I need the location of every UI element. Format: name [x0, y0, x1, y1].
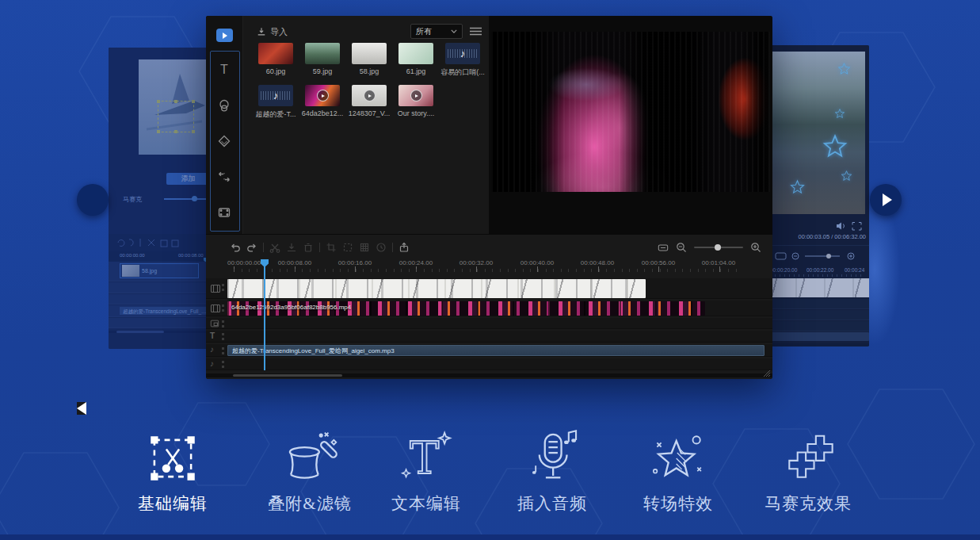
- import-label: 导入: [270, 26, 288, 38]
- play-icon: [223, 33, 227, 39]
- media-filter-dropdown[interactable]: 所有: [410, 24, 463, 39]
- track-options-icons[interactable]: [222, 320, 224, 323]
- media-item-label: 59.jpg: [300, 67, 345, 75]
- timeline-video-clip-2[interactable]: 64da2be12592d3a95bf06af82b8b956.mp4: [227, 301, 705, 316]
- track-options-icons[interactable]: [222, 333, 224, 335]
- crop-button[interactable]: [326, 242, 337, 253]
- media-item[interactable]: ♪ 超越的爱-T...: [258, 85, 293, 120]
- video-track-1: [206, 278, 772, 299]
- toolbar-separator: [319, 243, 320, 252]
- media-item[interactable]: 58.jpg: [352, 43, 387, 75]
- clip-filename: 64da2be12592d3a95bf06af82b8b956.mp4: [227, 301, 705, 311]
- ruler-label: 00:00:40.00: [521, 259, 554, 266]
- add-mosaic-button[interactable]: 添加: [166, 173, 210, 185]
- toolbar-separator: [392, 243, 393, 252]
- media-item[interactable]: 1248307_V...: [352, 85, 387, 117]
- nav-item-label: 插入音频: [517, 492, 587, 515]
- split-screen-icon[interactable]: [217, 170, 231, 184]
- play-overlay-icon: [410, 90, 422, 101]
- nav-item-basic-edit[interactable]: 基础编辑: [138, 429, 208, 515]
- magic-hat-icon: [280, 429, 339, 488]
- timeline-audio-clip[interactable]: 超越的爱-TranscendingLove_Full_爱给网_aigei_com…: [227, 345, 765, 356]
- mosaic-button[interactable]: [359, 242, 370, 253]
- nav-item-insert-audio[interactable]: 插入音频: [517, 429, 587, 515]
- play-overlay-icon: [364, 90, 376, 101]
- slide-zoom-controls[interactable]: [775, 251, 862, 262]
- undo-button[interactable]: [230, 242, 241, 253]
- microphone-icon: [523, 429, 582, 488]
- import-button[interactable]: 导入: [257, 25, 288, 38]
- timeline-toolbar: [230, 239, 410, 255]
- timeline-zoom-slider[interactable]: [694, 247, 743, 248]
- video-editor-window: T: [206, 16, 772, 379]
- ruler-label: 00:00:24.00: [399, 259, 433, 266]
- media-tab-button[interactable]: [216, 29, 233, 42]
- list-view-button[interactable]: [470, 27, 482, 36]
- ruler-label: 00:00:00.00: [120, 253, 145, 258]
- track-options-icons[interactable]: [222, 304, 224, 307]
- ruler-label: 00:00:56.00: [642, 259, 675, 266]
- mosaic-selection-box[interactable]: [158, 101, 194, 132]
- track-options-icons[interactable]: [222, 347, 224, 350]
- media-thumbnail: [305, 43, 340, 64]
- clip-filename: 超越的爱-TranscendingLove_Full_爱给网_aigei_com…: [228, 346, 764, 354]
- speed-button[interactable]: [376, 242, 387, 253]
- split-clip-button[interactable]: [269, 242, 280, 253]
- svg-text:T: T: [410, 432, 439, 484]
- audio-track-1: ♪ 超越的爱-TranscendingLove_Full_爱给网_aigei_c…: [206, 344, 772, 357]
- volume-and-expand-icons[interactable]: [835, 221, 862, 231]
- nav-item-mosaic[interactable]: 马赛克效果: [765, 429, 852, 515]
- track-options-icons[interactable]: [222, 361, 224, 363]
- media-item-label: 60.jpg: [254, 67, 298, 75]
- fit-timeline-button[interactable]: [658, 242, 669, 253]
- filter-value: 所有: [416, 26, 432, 37]
- mosaic-slider-handle[interactable]: [192, 196, 197, 201]
- timeline-video-clip-1[interactable]: [227, 279, 646, 298]
- media-thumbnail: [305, 85, 340, 106]
- media-item[interactable]: 64da2be12...: [305, 85, 340, 117]
- zoom-in-button[interactable]: [750, 242, 761, 253]
- media-item[interactable]: ♪ 容易的口哨(...: [445, 43, 480, 78]
- transitions-icon[interactable]: [217, 134, 231, 148]
- delete-button[interactable]: [303, 242, 314, 253]
- export-button[interactable]: [398, 242, 410, 253]
- media-item[interactable]: 59.jpg: [305, 43, 340, 75]
- music-note-icon: ♪: [445, 43, 480, 64]
- carousel-prev-button[interactable]: [77, 184, 109, 216]
- nav-item-transitions[interactable]: 转场特效: [643, 429, 713, 515]
- scrollbar-thumb[interactable]: [233, 374, 342, 377]
- text-tool-icon[interactable]: T: [217, 63, 231, 77]
- media-item[interactable]: Our story....: [398, 85, 433, 117]
- zoom-out-button[interactable]: [676, 242, 687, 253]
- media-thumbnail: [352, 43, 387, 64]
- import-icon: [257, 27, 266, 36]
- download-button[interactable]: [286, 242, 297, 253]
- mosaic-slider-label: 马赛克: [123, 195, 142, 204]
- audio-track-icon: ♪: [210, 359, 214, 368]
- track-options-icons[interactable]: [222, 284, 224, 286]
- media-item-label: 58.jpg: [347, 67, 391, 75]
- media-item-label: 超越的爱-T...: [254, 109, 298, 120]
- effects-film-icon[interactable]: [217, 205, 231, 220]
- nav-item-text-edit[interactable]: T 文本编辑: [391, 429, 461, 515]
- media-item-label: 容易的口哨(...: [440, 67, 485, 78]
- zoom-slider-handle[interactable]: [715, 244, 721, 251]
- reframe-button[interactable]: [342, 242, 353, 253]
- nav-item-label: 马赛克效果: [765, 492, 852, 515]
- media-item[interactable]: 61.jpg: [398, 43, 433, 75]
- park-preview-photo: [768, 52, 865, 214]
- timeline-scrollbar[interactable]: [206, 373, 772, 377]
- media-item-label: 61.jpg: [394, 67, 438, 75]
- filters-icon[interactable]: [217, 98, 231, 113]
- playhead-line[interactable]: [264, 266, 265, 370]
- media-thumbnail: [258, 43, 293, 64]
- ruler-minor-ticks[interactable]: [234, 269, 742, 272]
- chevron-down-icon: [451, 29, 457, 33]
- carousel-next-button[interactable]: [870, 184, 902, 216]
- redo-button[interactable]: [246, 242, 257, 253]
- resize-grip[interactable]: [763, 370, 771, 377]
- nav-item-overlay-filter[interactable]: 叠附&滤镜: [268, 429, 351, 515]
- timeline-zoom-controls: [658, 239, 761, 255]
- media-item[interactable]: 60.jpg: [258, 43, 293, 75]
- ruler-label: 00:00:08.00: [178, 253, 204, 258]
